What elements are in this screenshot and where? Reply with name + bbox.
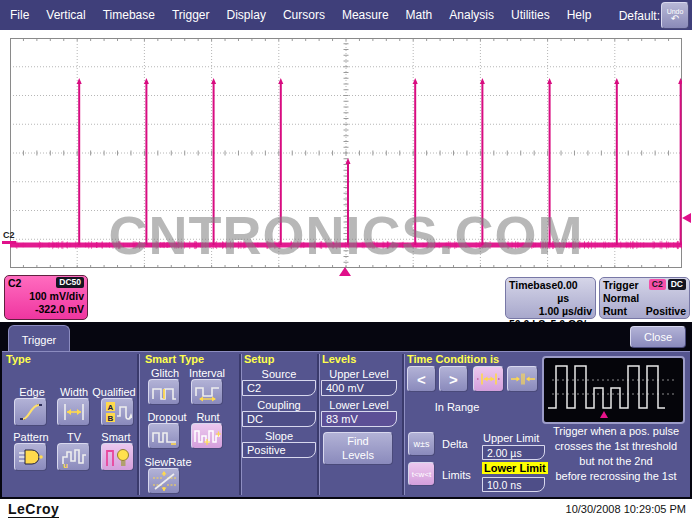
runt-button-label: Runt	[188, 411, 228, 423]
smart-type-slewrate-button[interactable]	[148, 468, 180, 494]
menu-item-timebase[interactable]: Timebase	[103, 8, 155, 22]
source-field[interactable]: C2	[242, 380, 316, 396]
timebase-descriptor[interactable]: Timebase 0.00 µs 1.00 µs/div 50.0 kS 5.0…	[505, 277, 596, 319]
trigger-source-badge: C2	[649, 279, 666, 290]
time-condition-title: Time Condition is	[407, 353, 499, 365]
menu-item-math[interactable]: Math	[406, 8, 433, 22]
trigger-type: Runt	[603, 305, 627, 318]
tv-icon: u	[60, 445, 88, 469]
lecroy-logo: LeCroy	[8, 501, 59, 518]
menu-item-utilities[interactable]: Utilities	[511, 8, 550, 22]
trigger-type-width-button[interactable]	[57, 398, 90, 426]
smart-type-section-title: Smart Type	[145, 353, 204, 365]
trigger-description-line: crosses the 1st threshold	[540, 440, 692, 452]
interval-button-label: Interval	[185, 367, 229, 379]
interval-icon	[194, 382, 221, 402]
section-divider	[137, 354, 140, 495]
slewrate-button-label: SlewRate	[142, 456, 194, 468]
svg-text:A: A	[107, 403, 113, 412]
find-levels-button[interactable]: Find Levels	[323, 432, 393, 465]
out-of-range-icon	[510, 372, 536, 386]
timebase-delay: 0.00 µs	[557, 279, 592, 305]
trigger-title: Trigger	[603, 279, 639, 292]
lower-limit-label: Lower Limit	[482, 462, 548, 474]
graticule-and-trace	[10, 38, 682, 268]
condition-greater-than-button[interactable]: >	[439, 366, 468, 392]
slope-label: Slope	[242, 430, 316, 442]
glitch-icon	[151, 382, 178, 402]
menu-item-trigger[interactable]: Trigger	[172, 8, 210, 22]
tv-button-label: TV	[52, 431, 96, 443]
pattern-button-label: Pattern	[8, 431, 54, 443]
menu-item-measure[interactable]: Measure	[342, 8, 389, 22]
trigger-type-qualified-button[interactable]: AB	[101, 398, 134, 426]
svg-text:B: B	[107, 414, 113, 423]
width-icon	[60, 401, 88, 423]
delta-label: Delta	[442, 438, 478, 450]
timebase-title: Timebase	[509, 279, 557, 305]
trigger-description-line: Trigger when a pos. pulse	[540, 425, 692, 437]
svg-text:u: u	[63, 461, 68, 469]
dropout-button-label: Dropout	[143, 411, 191, 423]
limits-button[interactable]: t<w<t	[408, 462, 435, 486]
smart-button-label: Smart	[94, 431, 138, 443]
menu-bar: File Vertical Timebase Trigger Display C…	[0, 0, 692, 30]
trigger-type-pattern-button[interactable]	[14, 443, 47, 471]
lower-limit-field[interactable]: 10.0 ns	[482, 477, 545, 492]
menu-item-analysis[interactable]: Analysis	[449, 8, 494, 22]
menu-item-cursors[interactable]: Cursors	[283, 8, 325, 22]
dropout-icon	[151, 426, 178, 446]
menu-item-vertical[interactable]: Vertical	[46, 8, 85, 22]
smart-type-dropout-button[interactable]	[148, 423, 180, 449]
find-levels-line2: Levels	[342, 449, 374, 463]
channel-coupling-badge: DC50	[56, 277, 84, 288]
trigger-type-edge-button[interactable]	[14, 398, 47, 426]
trigger-type-tv-button[interactable]: u	[57, 443, 90, 471]
trigger-slope: Positive	[646, 305, 686, 318]
upper-level-label: Upper Level	[320, 368, 398, 380]
menu-item-file[interactable]: File	[10, 8, 29, 22]
upper-level-field[interactable]: 400 mV	[321, 380, 397, 396]
levels-section-title: Levels	[322, 353, 356, 365]
tab-trigger[interactable]: Trigger	[8, 325, 70, 353]
smart-icon	[104, 445, 132, 469]
menu-item-display[interactable]: Display	[227, 8, 266, 22]
limits-label: Limits	[442, 469, 482, 481]
trigger-position-arrow[interactable]	[339, 267, 351, 276]
pattern-icon	[17, 446, 45, 468]
condition-in-range-button[interactable]	[473, 366, 504, 392]
upper-limit-field[interactable]: 2.00 µs	[482, 445, 545, 460]
condition-out-of-range-button[interactable]	[507, 366, 538, 392]
channel-c2-marker[interactable]: C2	[2, 231, 16, 244]
lower-level-label: Lower Level	[320, 399, 398, 411]
channel-vdiv: 100 mV/div	[8, 290, 84, 303]
undo-button[interactable]: Undo ↶	[661, 2, 689, 29]
condition-less-than-button[interactable]: <	[407, 366, 436, 392]
trigger-description-line: before recrossing the 1st	[540, 470, 692, 482]
timebase-tdiv: 1.00 µs/div	[509, 305, 592, 318]
slewrate-icon	[151, 471, 178, 491]
smart-type-runt-button[interactable]	[191, 423, 223, 449]
status-bar: LeCroy 10/30/2008 10:29:05 PM	[0, 499, 692, 519]
datetime: 10/30/2008 10:29:05 PM	[566, 503, 686, 515]
delta-button[interactable]: w±s	[408, 432, 435, 456]
trigger-dialog-panel: Type Edge Width Qualified AB Pattern TV …	[2, 351, 690, 497]
trigger-level-arrow[interactable]	[682, 213, 691, 223]
runt-icon	[194, 426, 221, 446]
lower-level-field[interactable]: 83 mV	[321, 411, 397, 427]
menu-item-help[interactable]: Help	[567, 8, 592, 22]
trigger-mode: Normal	[603, 292, 686, 305]
trigger-coupling-badge: DC	[668, 279, 686, 290]
channel-c2-descriptor[interactable]: C2 DC50 100 mV/div -322.0 mV	[4, 275, 88, 320]
close-button[interactable]: Close	[630, 326, 686, 348]
smart-type-interval-button[interactable]	[191, 379, 223, 405]
smart-type-glitch-button[interactable]	[148, 379, 180, 405]
undo-arrow-icon: ↶	[671, 14, 679, 24]
trigger-type-smart-button[interactable]	[101, 443, 134, 471]
coupling-label: Coupling	[242, 399, 316, 411]
source-label: Source	[242, 368, 316, 380]
trigger-descriptor[interactable]: Trigger C2 DC Normal Runt Positive	[599, 277, 690, 319]
coupling-field[interactable]: DC	[242, 411, 316, 427]
in-range-icon	[476, 372, 502, 386]
slope-field[interactable]: Positive	[242, 442, 316, 458]
